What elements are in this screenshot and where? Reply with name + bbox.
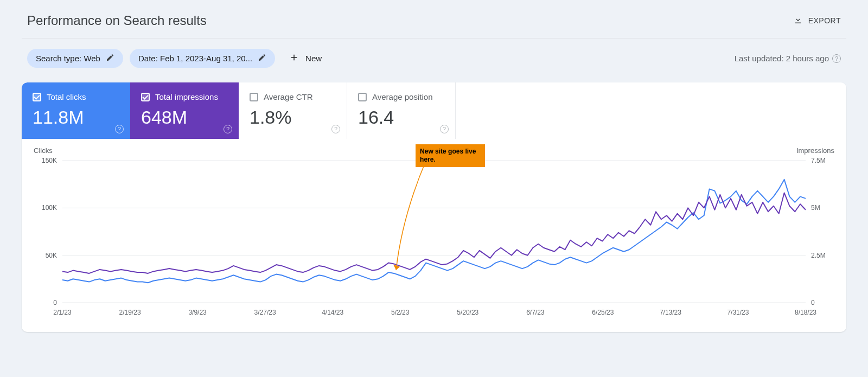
chart-area: Clicks Impressions New site goes live he…	[22, 139, 846, 332]
last-updated-text: Last updated: 2 hours ago	[735, 54, 829, 63]
line-chart[interactable]: 0050K2.5M100K5M150K7.5M2/1/232/19/233/9/…	[33, 145, 835, 319]
svg-text:7.5M: 7.5M	[811, 157, 826, 164]
svg-text:2/1/23: 2/1/23	[53, 309, 72, 316]
svg-text:5/20/23: 5/20/23	[457, 309, 478, 316]
pencil-icon	[258, 53, 266, 63]
annotation-text: New site goes live here.	[420, 148, 476, 163]
metric-value: 16.4	[358, 107, 444, 128]
svg-text:6/7/23: 6/7/23	[526, 309, 545, 316]
y-axis-right-title: Impressions	[796, 146, 834, 155]
header: Performance on Search results EXPORT	[22, 0, 846, 39]
plus-icon	[289, 53, 299, 64]
svg-text:2.5M: 2.5M	[811, 252, 826, 259]
metric-total-impressions[interactable]: Total impressions 648M ?	[130, 82, 239, 139]
metric-value: 1.8%	[250, 107, 336, 128]
export-button[interactable]: EXPORT	[793, 15, 841, 27]
svg-text:7/31/23: 7/31/23	[727, 309, 749, 316]
y-axis-left-title: Clicks	[34, 146, 53, 155]
date-range-chip-label: Date: Feb 1, 2023-Aug 31, 20...	[138, 54, 252, 63]
search-type-chip-label: Search type: Web	[36, 54, 100, 63]
svg-text:4/14/23: 4/14/23	[322, 309, 343, 316]
svg-text:50K: 50K	[46, 252, 57, 259]
download-icon	[793, 15, 803, 27]
svg-text:2/19/23: 2/19/23	[119, 309, 141, 316]
filter-chips: Search type: Web Date: Feb 1, 2023-Aug 3…	[27, 48, 329, 68]
metric-value: 11.8M	[33, 107, 119, 128]
svg-text:0: 0	[53, 299, 57, 306]
metric-value: 648M	[141, 107, 228, 128]
checkbox-unchecked-icon	[250, 93, 258, 101]
metric-tabs: Total clicks 11.8M ? Total impressions 6…	[22, 82, 846, 139]
new-filter-label: New	[305, 54, 322, 63]
checkbox-checked-icon	[141, 93, 150, 101]
svg-text:5M: 5M	[811, 204, 820, 212]
annotation-callout: New site goes live here.	[416, 144, 485, 167]
metric-label: Average CTR	[264, 92, 313, 101]
svg-text:5/2/23: 5/2/23	[391, 309, 410, 316]
page-title: Performance on Search results	[27, 13, 207, 28]
help-icon[interactable]: ?	[832, 54, 841, 63]
svg-text:0: 0	[811, 299, 815, 306]
metric-label: Average position	[372, 92, 432, 101]
help-icon[interactable]: ?	[331, 125, 340, 133]
svg-text:3/27/23: 3/27/23	[254, 309, 276, 316]
checkbox-checked-icon	[33, 93, 41, 101]
help-icon[interactable]: ?	[224, 125, 232, 133]
performance-card: Total clicks 11.8M ? Total impressions 6…	[22, 82, 846, 332]
help-icon[interactable]: ?	[440, 125, 449, 133]
checkbox-unchecked-icon	[358, 93, 367, 101]
metric-total-clicks[interactable]: Total clicks 11.8M ?	[22, 82, 130, 139]
last-updated: Last updated: 2 hours ago ?	[735, 54, 841, 63]
help-icon[interactable]: ?	[115, 125, 124, 133]
metric-label: Total clicks	[47, 92, 86, 101]
metric-label: Total impressions	[155, 92, 218, 101]
pencil-icon	[106, 53, 114, 63]
date-range-chip[interactable]: Date: Feb 1, 2023-Aug 31, 20...	[130, 49, 275, 68]
svg-text:3/9/23: 3/9/23	[188, 309, 207, 316]
svg-text:6/25/23: 6/25/23	[592, 309, 614, 316]
new-filter-button[interactable]: New	[282, 48, 329, 68]
filter-row: Search type: Web Date: Feb 1, 2023-Aug 3…	[22, 39, 846, 82]
export-label: EXPORT	[808, 16, 841, 25]
svg-text:100K: 100K	[42, 204, 57, 212]
metric-average-ctr[interactable]: Average CTR 1.8% ?	[239, 82, 347, 139]
svg-text:8/18/23: 8/18/23	[795, 309, 816, 316]
svg-text:7/13/23: 7/13/23	[660, 309, 681, 316]
svg-text:150K: 150K	[42, 157, 57, 164]
search-type-chip[interactable]: Search type: Web	[27, 49, 123, 68]
metric-average-position[interactable]: Average position 16.4 ?	[347, 82, 456, 139]
